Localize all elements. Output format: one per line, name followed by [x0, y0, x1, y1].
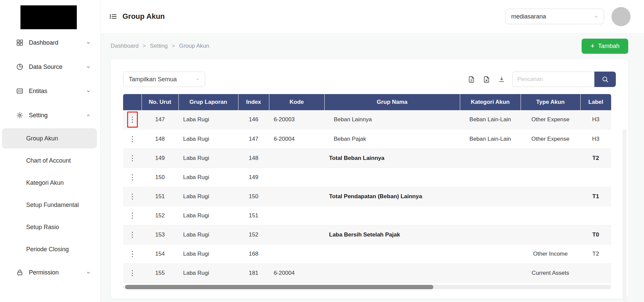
vertical-scrollbar-track[interactable] — [623, 129, 627, 302]
breadcrumb-separator: > — [172, 43, 175, 49]
cell-index: 149 — [238, 168, 269, 187]
sidebar-subitem-label: Setup Rasio — [26, 224, 59, 231]
kebab-menu-icon: ⋮ — [129, 135, 136, 143]
entitas-icon — [16, 87, 23, 95]
export-icons — [468, 76, 505, 83]
table-row: ⋮ 147 Laba Rugi 146 6-20003 Beban Lainny… — [123, 110, 611, 129]
sidebar-item-dashboard[interactable]: Dashboard — [0, 31, 100, 55]
chevron-down-icon — [195, 77, 200, 82]
kebab-menu-icon: ⋮ — [129, 116, 136, 123]
breadcrumb-item-setting[interactable]: Setting — [150, 43, 168, 49]
sidebar-toggle-icon[interactable] — [109, 12, 118, 21]
sidebar-item-permission[interactable]: Permission — [0, 260, 100, 285]
cell-grup-laporan: Laba Rugi — [178, 110, 238, 129]
lock-icon — [16, 269, 23, 276]
kebab-menu-icon: ⋮ — [129, 193, 136, 200]
sidebar-item-label: Setting — [29, 112, 86, 119]
cell-no-urut: 153 — [142, 225, 178, 244]
sidebar-item-setup-fundamental[interactable]: Setup Fundamental — [2, 194, 97, 216]
row-actions-menu[interactable]: ⋮ — [127, 227, 138, 243]
cell-type-akun — [521, 187, 580, 206]
cell-kategori-akun — [460, 187, 521, 206]
row-actions-menu[interactable]: ⋮ — [127, 150, 138, 166]
table-header-cell: Grup Nama — [324, 94, 460, 110]
chevron-down-icon — [86, 40, 91, 45]
table-row: ⋮ 149 Laba Rugi 148 Total Beban Lainnya … — [123, 148, 611, 168]
cell-no-urut: 147 — [142, 110, 178, 129]
row-actions-menu[interactable]: ⋮ — [127, 169, 138, 185]
cell-type-akun: Other Expense — [521, 110, 580, 129]
kebab-menu-icon: ⋮ — [129, 212, 136, 219]
plus-icon: + — [590, 42, 595, 50]
dashboard-icon — [16, 39, 23, 46]
cell-type-akun — [521, 225, 580, 244]
chevron-down-icon — [86, 64, 91, 70]
app-logo — [20, 5, 77, 29]
row-actions-cell: ⋮ — [123, 148, 142, 168]
cell-label — [580, 263, 611, 283]
cell-grup-nama — [324, 244, 460, 263]
export-pdf-icon[interactable] — [468, 76, 475, 83]
cell-label: T2 — [580, 244, 611, 263]
cell-index: 152 — [238, 225, 269, 244]
cell-grup-laporan: Laba Rugi — [178, 263, 238, 283]
cell-no-urut: 148 — [142, 129, 178, 148]
export-excel-icon[interactable] — [483, 76, 490, 83]
table-row: ⋮ 150 Laba Rugi 149 — [123, 168, 611, 187]
row-actions-menu[interactable]: ⋮ — [127, 246, 138, 262]
breadcrumb-item-dashboard[interactable]: Dashboard — [111, 43, 139, 49]
sidebar-item-chart-of-account[interactable]: Chart of Account — [2, 149, 97, 172]
row-actions-menu[interactable]: ⋮ — [127, 131, 138, 147]
chevron-down-icon — [86, 89, 91, 94]
cell-index: 147 — [238, 129, 269, 148]
card-toolbar: Tampilkan Semua — [123, 72, 616, 87]
horizontal-scrollbar-thumb[interactable] — [125, 285, 433, 289]
sidebar-nav: Dashboard Data Source Entitas — [0, 31, 100, 285]
sidebar-subitem-label: Group Akun — [26, 135, 58, 142]
cell-index: 146 — [238, 110, 269, 129]
sidebar-item-kategori-akun[interactable]: Kategori Akun — [2, 172, 97, 194]
row-actions-menu[interactable]: ⋮ — [127, 112, 138, 128]
horizontal-scrollbar-track[interactable] — [123, 285, 611, 289]
table-header-cell: Grup Laporan — [178, 94, 238, 110]
kebab-menu-icon: ⋮ — [129, 231, 136, 239]
cell-label: H3 — [580, 110, 611, 129]
user-avatar[interactable] — [611, 7, 631, 26]
sidebar-item-group-akun[interactable]: Group Akun — [2, 128, 97, 148]
filter-select[interactable]: Tampilkan Semua — [123, 72, 205, 87]
main-area: Group Akun mediasarana Dashboard > Setti… — [101, 0, 644, 302]
cell-kode — [269, 168, 324, 187]
add-button[interactable]: + Tambah — [582, 39, 628, 54]
table-wrap: No. UrutGrup LaporanIndexKodeGrup NamaKa… — [123, 94, 616, 283]
cell-grup-nama: Beban Pajak — [324, 129, 460, 148]
company-select[interactable]: mediasarana — [505, 9, 604, 24]
cell-kategori-akun — [460, 263, 521, 283]
import-icon[interactable] — [498, 76, 505, 83]
kebab-menu-icon: ⋮ — [129, 174, 136, 181]
row-actions-menu[interactable]: ⋮ — [127, 265, 138, 281]
sidebar-item-entitas[interactable]: Entitas — [0, 79, 100, 103]
group-akun-table: No. UrutGrup LaporanIndexKodeGrup NamaKa… — [123, 94, 611, 283]
table-row: ⋮ 155 Laba Rugi 181 6-20004 Current Asse… — [123, 263, 611, 283]
search-button[interactable] — [594, 72, 616, 87]
cell-grup-laporan: Laba Rugi — [178, 187, 238, 206]
sidebar-item-setup-rasio[interactable]: Setup Rasio — [2, 216, 97, 238]
cell-kode — [269, 244, 324, 263]
sidebar-item-data-source[interactable]: Data Source — [0, 55, 100, 79]
sidebar-item-setting[interactable]: Setting — [0, 103, 100, 127]
sidebar-item-periode-closing[interactable]: Periode Closing — [2, 238, 97, 260]
table-header-cell — [123, 94, 142, 110]
sidebar: Dashboard Data Source Entitas — [0, 0, 101, 302]
cell-type-akun: Other Expense — [521, 129, 580, 148]
search-input[interactable] — [512, 72, 594, 87]
cell-kode: 6-20003 — [269, 110, 324, 129]
cell-kode: 6-20004 — [269, 129, 324, 148]
cell-grup-nama: Total Pendapatan (Beban) Lainnya — [324, 187, 460, 206]
table-header-cell: Label — [580, 94, 611, 110]
row-actions-cell: ⋮ — [123, 110, 142, 129]
row-actions-menu[interactable]: ⋮ — [127, 208, 138, 224]
cell-grup-nama: Beban Lainnya — [324, 110, 460, 129]
cell-kategori-akun — [460, 168, 521, 187]
row-actions-menu[interactable]: ⋮ — [127, 188, 138, 205]
cell-kode — [269, 187, 324, 206]
